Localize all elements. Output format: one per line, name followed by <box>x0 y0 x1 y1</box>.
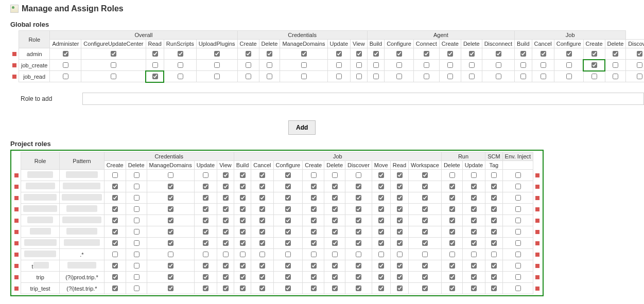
perm-checkbox[interactable] <box>223 240 229 246</box>
perm-checkbox[interactable] <box>356 229 361 235</box>
perm-checkbox[interactable] <box>356 240 361 246</box>
delete-role-icon[interactable] <box>535 196 539 200</box>
delete-role-icon[interactable] <box>535 287 539 291</box>
perm-checkbox[interactable] <box>397 240 403 246</box>
perm-checkbox[interactable] <box>515 206 521 212</box>
perm-checkbox[interactable] <box>311 285 317 291</box>
perm-checkbox[interactable] <box>515 184 521 189</box>
perm-checkbox[interactable] <box>203 206 208 212</box>
perm-checkbox[interactable] <box>422 285 428 291</box>
perm-checkbox[interactable] <box>422 218 428 223</box>
perm-checkbox[interactable] <box>397 229 403 235</box>
perm-checkbox[interactable] <box>112 274 118 280</box>
perm-checkbox[interactable] <box>356 285 361 291</box>
perm-checkbox[interactable] <box>591 74 597 79</box>
perm-checkbox[interactable] <box>223 274 229 280</box>
perm-checkbox[interactable] <box>422 206 428 212</box>
perm-checkbox[interactable] <box>246 51 251 57</box>
perm-checkbox[interactable] <box>336 74 342 79</box>
perm-checkbox[interactable] <box>134 218 140 223</box>
perm-checkbox[interactable] <box>396 74 402 79</box>
perm-checkbox[interactable] <box>356 206 361 212</box>
perm-checkbox[interactable] <box>203 263 208 269</box>
perm-checkbox[interactable] <box>259 252 265 257</box>
perm-checkbox[interactable] <box>447 62 453 68</box>
delete-role-icon[interactable] <box>14 253 19 257</box>
perm-checkbox[interactable] <box>378 263 384 269</box>
delete-role-icon[interactable] <box>14 196 19 200</box>
perm-checkbox[interactable] <box>356 74 362 79</box>
perm-checkbox[interactable] <box>471 263 477 269</box>
perm-checkbox[interactable] <box>637 62 642 68</box>
perm-checkbox[interactable] <box>223 206 229 212</box>
perm-checkbox[interactable] <box>112 218 118 223</box>
perm-checkbox[interactable] <box>311 274 317 280</box>
perm-checkbox[interactable] <box>469 74 475 79</box>
perm-checkbox[interactable] <box>168 195 173 201</box>
perm-checkbox[interactable] <box>422 229 428 235</box>
perm-checkbox[interactable] <box>285 252 291 257</box>
perm-checkbox[interactable] <box>259 218 265 223</box>
perm-checkbox[interactable] <box>449 229 455 235</box>
perm-checkbox[interactable] <box>332 218 338 223</box>
perm-checkbox[interactable] <box>515 229 521 235</box>
delete-role-icon[interactable] <box>14 219 19 223</box>
perm-checkbox[interactable] <box>223 195 229 201</box>
perm-checkbox[interactable] <box>471 252 477 257</box>
perm-checkbox[interactable] <box>422 252 428 257</box>
perm-checkbox[interactable] <box>491 252 497 257</box>
perm-checkbox[interactable] <box>449 218 455 223</box>
perm-checkbox[interactable] <box>356 263 361 269</box>
perm-checkbox[interactable] <box>496 74 501 79</box>
perm-checkbox[interactable] <box>356 51 362 57</box>
perm-checkbox[interactable] <box>449 206 455 212</box>
perm-checkbox[interactable] <box>471 274 477 280</box>
perm-checkbox[interactable] <box>332 172 338 178</box>
perm-checkbox[interactable] <box>301 51 307 57</box>
perm-checkbox[interactable] <box>471 184 477 189</box>
perm-checkbox[interactable] <box>515 285 521 291</box>
perm-checkbox[interactable] <box>378 218 384 223</box>
perm-checkbox[interactable] <box>112 195 118 201</box>
delete-role-icon[interactable] <box>14 230 19 234</box>
delete-role-icon[interactable] <box>14 241 19 245</box>
perm-checkbox[interactable] <box>203 285 208 291</box>
perm-checkbox[interactable] <box>152 74 158 79</box>
delete-role-icon[interactable] <box>535 253 539 257</box>
perm-checkbox[interactable] <box>134 184 140 189</box>
perm-checkbox[interactable] <box>424 62 429 68</box>
perm-checkbox[interactable] <box>397 206 403 212</box>
perm-checkbox[interactable] <box>396 51 402 57</box>
perm-checkbox[interactable] <box>373 51 379 57</box>
perm-checkbox[interactable] <box>332 274 338 280</box>
perm-checkbox[interactable] <box>496 51 501 57</box>
delete-role-icon[interactable] <box>14 275 19 279</box>
perm-checkbox[interactable] <box>422 195 428 201</box>
perm-checkbox[interactable] <box>491 263 497 269</box>
perm-checkbox[interactable] <box>378 285 384 291</box>
perm-checkbox[interactable] <box>471 172 477 178</box>
perm-checkbox[interactable] <box>178 51 183 57</box>
perm-checkbox[interactable] <box>397 285 403 291</box>
perm-checkbox[interactable] <box>63 51 68 57</box>
perm-checkbox[interactable] <box>203 274 208 280</box>
perm-checkbox[interactable] <box>168 184 173 189</box>
delete-role-icon[interactable] <box>12 63 16 67</box>
perm-checkbox[interactable] <box>240 184 246 189</box>
perm-checkbox[interactable] <box>223 218 229 223</box>
perm-checkbox[interactable] <box>134 274 140 280</box>
perm-checkbox[interactable] <box>240 172 246 178</box>
perm-checkbox[interactable] <box>259 184 265 189</box>
perm-checkbox[interactable] <box>378 240 384 246</box>
perm-checkbox[interactable] <box>240 285 246 291</box>
perm-checkbox[interactable] <box>332 195 338 201</box>
perm-checkbox[interactable] <box>246 74 251 79</box>
perm-checkbox[interactable] <box>168 240 173 246</box>
delete-role-icon[interactable] <box>535 241 539 245</box>
delete-role-icon[interactable] <box>14 173 19 177</box>
perm-checkbox[interactable] <box>373 74 379 79</box>
perm-checkbox[interactable] <box>267 62 272 68</box>
perm-checkbox[interactable] <box>496 62 501 68</box>
perm-checkbox[interactable] <box>112 172 118 178</box>
perm-checkbox[interactable] <box>336 62 342 68</box>
